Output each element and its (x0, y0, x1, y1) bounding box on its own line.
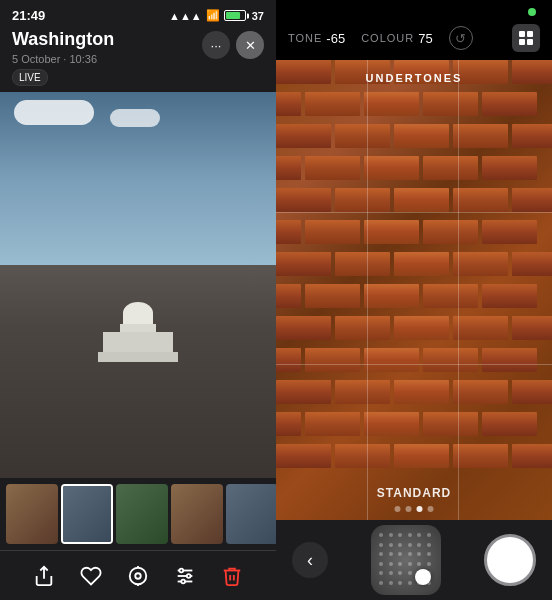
adjust-button[interactable] (167, 558, 203, 594)
page-dots (395, 506, 434, 512)
thumb-inner-3 (116, 484, 168, 544)
battery-icon (224, 10, 246, 21)
close-button[interactable]: ✕ (236, 31, 264, 59)
dot-1[interactable] (395, 506, 401, 512)
brick (394, 188, 449, 212)
tone-value: -65 (326, 31, 345, 46)
edit-button[interactable] (120, 558, 156, 594)
left-status-bar: 21:49 ▲▲▲ 📶 37 (0, 0, 276, 27)
favorite-button[interactable] (73, 558, 109, 594)
brick (482, 220, 537, 244)
brick (364, 156, 419, 180)
ground-area (0, 265, 276, 478)
thumb-5[interactable] (226, 484, 276, 544)
brick (482, 92, 537, 116)
brick (453, 252, 508, 276)
brick (276, 380, 331, 404)
g18 (427, 552, 431, 556)
brick-row-10 (276, 348, 552, 376)
g24 (427, 562, 431, 566)
signal-icon: ▲▲▲ (169, 10, 202, 22)
thumb-3[interactable] (116, 484, 168, 544)
g25 (379, 571, 383, 575)
more-button[interactable]: ··· (202, 31, 230, 59)
brick (423, 284, 478, 308)
brick (512, 444, 552, 468)
brick (276, 444, 331, 468)
brick (276, 284, 301, 308)
thumb-2[interactable] (61, 484, 113, 544)
brick-row-3 (276, 124, 552, 152)
g17 (417, 552, 421, 556)
brick (423, 220, 478, 244)
album-date: 5 October · 10:36 (12, 53, 114, 65)
brick (276, 156, 301, 180)
reset-button[interactable]: ↺ (449, 26, 473, 50)
thumb-inner-5 (226, 484, 276, 544)
g23 (417, 562, 421, 566)
time-display: 21:49 (12, 8, 45, 23)
cloud-2 (110, 109, 160, 127)
brick (482, 348, 537, 372)
dot-grid-selector[interactable] (371, 525, 441, 595)
g22 (408, 562, 412, 566)
brick-row-7 (276, 252, 552, 280)
svg-rect-11 (527, 31, 533, 37)
brick (512, 124, 552, 148)
g28 (408, 571, 412, 575)
brick (276, 92, 301, 116)
brick-row-8 (276, 284, 552, 312)
brick-row-13 (276, 444, 552, 472)
brick (453, 188, 508, 212)
g2 (389, 533, 393, 537)
g16 (408, 552, 412, 556)
brick (305, 156, 360, 180)
brick (276, 316, 331, 340)
brick (305, 220, 360, 244)
brick (276, 348, 301, 372)
brick (305, 412, 360, 436)
brick (305, 92, 360, 116)
main-photo (0, 92, 276, 478)
brick (364, 92, 419, 116)
g12 (427, 543, 431, 547)
dot-4[interactable] (428, 506, 434, 512)
grid-view-button[interactable] (512, 24, 540, 52)
brick (335, 188, 390, 212)
thumb-1[interactable] (6, 484, 58, 544)
controls-group: TONE -65 COLOUR 75 ↺ (288, 26, 473, 50)
selector-handle[interactable] (415, 569, 431, 585)
brick-row-2 (276, 92, 552, 120)
status-icons: ▲▲▲ 📶 37 (169, 9, 264, 22)
delete-button[interactable] (214, 558, 250, 594)
live-badge[interactable]: LIVE (12, 69, 48, 86)
brick (423, 156, 478, 180)
svg-point-8 (187, 574, 191, 578)
thumbnail-strip[interactable] (0, 478, 276, 550)
header-actions: ··· ✕ (202, 31, 264, 59)
brick (335, 124, 390, 148)
brick (364, 284, 419, 308)
wifi-icon: 📶 (206, 9, 220, 22)
brick (335, 316, 390, 340)
thumb-inner-2 (63, 486, 111, 542)
brick (512, 252, 552, 276)
share-button[interactable] (26, 558, 62, 594)
thumb-4[interactable] (171, 484, 223, 544)
brick (276, 124, 331, 148)
svg-point-0 (135, 573, 141, 579)
standard-label: STANDARD (377, 486, 451, 500)
back-button[interactable]: ‹ (292, 542, 328, 578)
g21 (398, 562, 402, 566)
capitol-building (98, 302, 178, 362)
dot-3[interactable] (417, 506, 423, 512)
tone-group: TONE -65 (288, 31, 345, 46)
dot-2[interactable] (406, 506, 412, 512)
undertones-label: UNDERTONES (366, 72, 463, 84)
capture-button[interactable] (484, 534, 536, 586)
brick (305, 348, 360, 372)
brick (453, 316, 508, 340)
right-bottom-bar: ‹ (276, 520, 552, 600)
photo-header: Washington 5 October · 10:36 LIVE ··· ✕ (0, 27, 276, 92)
g7 (379, 543, 383, 547)
